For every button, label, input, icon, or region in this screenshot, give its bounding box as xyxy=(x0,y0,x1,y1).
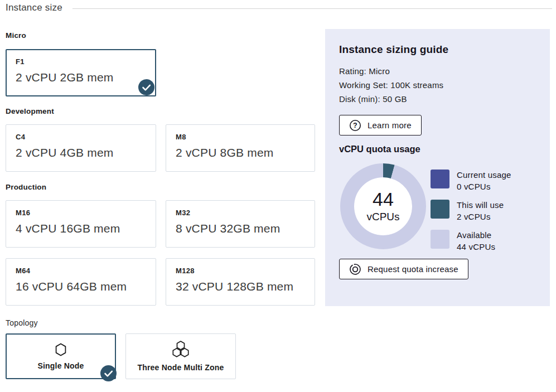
size-card-m128[interactable]: M128 32 vCPU 128GB mem xyxy=(166,258,315,306)
request-quota-label: Request quota increase xyxy=(368,264,458,274)
legend-swatch xyxy=(431,170,449,188)
sizing-guide-panel: Instance sizing guide Rating: Micro Work… xyxy=(325,29,550,306)
legend-name: This will use xyxy=(457,199,504,211)
request-quota-button[interactable]: Request quota increase xyxy=(339,259,468,279)
topology-card-three-node-multi-zone[interactable]: Three Node Multi Zone xyxy=(125,333,236,379)
title-divider xyxy=(72,8,552,9)
learn-more-label: Learn more xyxy=(368,120,412,130)
section-label-production: Production xyxy=(6,183,46,191)
chart-legend: Current usage 0 vCPUs This will use 2 vC… xyxy=(431,170,511,253)
legend-name: Available xyxy=(457,229,495,241)
size-card-m16[interactable]: M16 4 vCPU 16GB mem xyxy=(6,200,156,248)
size-card-m32[interactable]: M32 8 vCPU 32GB mem xyxy=(166,200,315,248)
selected-check-badge xyxy=(100,365,117,381)
card-desc: 4 vCPU 16GB mem xyxy=(16,222,146,235)
legend-value: 0 vCPUs xyxy=(457,181,511,192)
topology-card-label: Single Node xyxy=(37,361,84,370)
size-card-f1[interactable]: F1 2 vCPU 2GB mem xyxy=(6,49,156,96)
instance-size-page: Instance size Micro F1 2 vCPU 2GB mem De… xyxy=(0,0,556,392)
card-desc: 2 vCPU 4GB mem xyxy=(16,146,146,159)
legend-swatch xyxy=(431,200,449,219)
guide-detail-rating: Rating: Micro xyxy=(339,64,536,78)
card-desc: 32 vCPU 128GB mem xyxy=(176,280,305,293)
guide-details: Rating: Micro Working Set: 100K streams … xyxy=(339,64,536,106)
card-desc: 2 vCPU 2GB mem xyxy=(16,71,146,84)
card-desc: 16 vCPU 64GB mem xyxy=(16,280,146,293)
selected-check-badge xyxy=(138,79,154,95)
check-icon xyxy=(138,79,154,95)
topology-card-label: Three Node Multi Zone xyxy=(137,363,224,372)
guide-title: Instance sizing guide xyxy=(339,43,536,56)
topology-card-single-node[interactable]: Single Node xyxy=(6,333,116,379)
three-hexagons-icon xyxy=(171,341,191,358)
section-label-topology: Topology xyxy=(6,318,38,327)
card-name: C4 xyxy=(16,133,146,141)
legend-value: 2 vCPUs xyxy=(457,211,504,222)
card-name: F1 xyxy=(16,57,146,66)
section-label-development: Development xyxy=(6,107,54,115)
legend-item-available: Available 44 vCPUs xyxy=(431,230,511,253)
check-icon xyxy=(100,365,117,381)
learn-more-button[interactable]: ? Learn more xyxy=(339,115,422,135)
page-title: Instance size xyxy=(6,2,62,13)
quota-target-icon xyxy=(349,263,361,275)
help-circle-icon: ? xyxy=(349,119,361,132)
card-name: M16 xyxy=(16,209,146,217)
card-name: M64 xyxy=(16,267,146,275)
vcpu-quota-chart-row: 44 vCPUs Current usage 0 vCPUs This will… xyxy=(339,162,536,253)
size-card-c4[interactable]: C4 2 vCPU 4GB mem xyxy=(6,124,156,172)
legend-name: Current usage xyxy=(457,169,511,181)
card-name: M32 xyxy=(176,209,305,217)
guide-detail-disk: Disk (min): 50 GB xyxy=(339,92,536,106)
donut-svg xyxy=(339,162,427,250)
card-desc: 8 vCPU 32GB mem xyxy=(176,222,305,235)
svg-text:?: ? xyxy=(353,122,357,129)
section-label-micro: Micro xyxy=(6,31,26,40)
legend-value: 44 vCPUs xyxy=(457,241,495,253)
quota-usage-title: vCPU quota usage xyxy=(339,144,536,154)
card-name: M128 xyxy=(176,267,305,275)
legend-swatch xyxy=(431,230,449,249)
size-card-m8[interactable]: M8 2 vCPU 8GB mem xyxy=(166,124,315,172)
vcpu-donut-chart: 44 vCPUs xyxy=(339,162,427,250)
card-name: M8 xyxy=(176,133,305,141)
single-hexagon-icon xyxy=(55,343,67,356)
size-card-m64[interactable]: M64 16 vCPU 64GB mem xyxy=(6,258,156,306)
legend-item-this-will-use: This will use 2 vCPUs xyxy=(431,200,511,222)
legend-item-current-usage: Current usage 0 vCPUs xyxy=(431,170,511,192)
page-header: Instance size xyxy=(6,2,552,13)
card-desc: 2 vCPU 8GB mem xyxy=(176,146,305,159)
guide-detail-working-set: Working Set: 100K streams xyxy=(339,78,536,92)
